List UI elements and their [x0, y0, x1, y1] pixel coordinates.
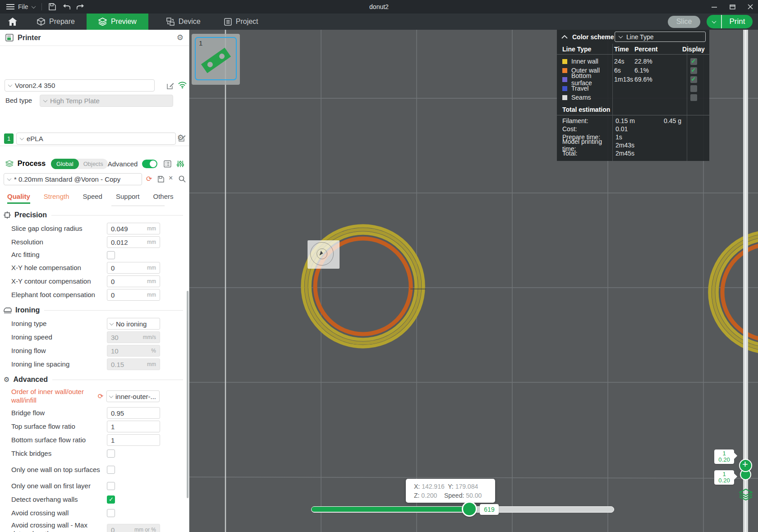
one-wall-first-layer-checkbox[interactable]: [107, 482, 115, 490]
inner-wall-swatch: [562, 59, 567, 64]
ironing-type-select[interactable]: No ironing: [107, 318, 160, 330]
setting-label: Avoid crossing wall - Max detour length: [11, 521, 107, 532]
undo-icon[interactable]: [62, 4, 70, 10]
color-scheme-label: Color scheme: [572, 33, 614, 41]
delete-preset-icon[interactable]: ×: [169, 174, 173, 182]
edit-printer-icon[interactable]: [167, 82, 174, 89]
advanced-toggle[interactable]: [142, 160, 157, 168]
redo-icon[interactable]: [77, 4, 85, 10]
save-icon[interactable]: [48, 3, 56, 10]
wall-order-select[interactable]: inner-outer-...: [106, 390, 160, 402]
legend-panel: Color scheme Line Type Line Type Time Pe…: [557, 30, 709, 161]
travel-swatch: [562, 86, 567, 91]
wifi-icon[interactable]: [178, 81, 187, 88]
reset-preset-icon[interactable]: ⟳: [146, 174, 152, 183]
search-icon[interactable]: [179, 175, 186, 183]
collapse-chevron-icon[interactable]: [561, 35, 568, 39]
display-checkbox[interactable]: [690, 67, 697, 74]
objects-segment[interactable]: Objects: [79, 161, 108, 167]
bridge-flow-input[interactable]: 0.95: [107, 407, 160, 419]
move-slider-fill: [312, 507, 470, 512]
layer-slider-handle-top[interactable]: [739, 459, 752, 472]
main-menu-button[interactable]: File: [6, 3, 35, 10]
plate-thumbnail[interactable]: 1: [192, 34, 240, 85]
resolution-input[interactable]: 0.012mm: [107, 236, 160, 248]
tune-icon[interactable]: [177, 160, 184, 168]
tab-prepare[interactable]: Prepare: [25, 14, 87, 30]
move-slider-handle[interactable]: [462, 501, 477, 517]
edit-filament-icon[interactable]: [179, 134, 186, 142]
global-segment[interactable]: Global: [51, 159, 79, 169]
one-wall-top-checkbox[interactable]: [107, 466, 115, 474]
home-button[interactable]: [0, 14, 25, 30]
ironing-speed-input[interactable]: 30mm/s: [107, 331, 160, 343]
parameter-list-icon[interactable]: [164, 160, 171, 168]
tab-support[interactable]: Support: [116, 188, 140, 204]
setting-label: Only one wall on top surfaces: [11, 466, 107, 474]
tab-device[interactable]: Device: [155, 14, 212, 30]
elephant-foot-comp-input[interactable]: 0mm: [107, 289, 160, 301]
move-slider-value: 619: [480, 504, 499, 515]
display-checkbox[interactable]: [690, 85, 697, 92]
setting-label: Arc fitting: [11, 251, 107, 259]
slice-gap-input[interactable]: 0.049mm: [107, 223, 160, 234]
seam-widget[interactable]: [308, 240, 340, 269]
setting-label: Detect overhang walls: [11, 495, 107, 504]
section-title: Ironing: [15, 306, 40, 314]
filament-select[interactable]: ePLA: [16, 133, 176, 145]
tab-preview-label: Preview: [111, 18, 137, 26]
top-flow-ratio-input[interactable]: 1: [107, 421, 160, 432]
reset-setting-icon[interactable]: ⟳: [97, 392, 104, 400]
tab-others[interactable]: Others: [153, 188, 174, 204]
display-checkbox[interactable]: [690, 76, 697, 83]
process-preset-select[interactable]: * 0.20mm Standard @Voron - Copy: [4, 173, 142, 185]
xy-hole-comp-input[interactable]: 0mm: [107, 262, 160, 274]
preview-viewport[interactable]: 1 Color scheme Line Type: [189, 30, 758, 532]
minimize-button[interactable]: [711, 4, 717, 10]
printer-icon: [5, 34, 14, 41]
xy-contour-comp-input[interactable]: 0mm: [107, 275, 160, 287]
seams-swatch: [562, 95, 567, 100]
side-panel: Printer ⚙ Voron2.4 350 Bed type High Tem…: [0, 30, 189, 532]
display-checkbox[interactable]: [690, 58, 697, 65]
filament-slot-badge: 1: [4, 133, 14, 144]
tab-preview[interactable]: Preview: [87, 14, 148, 30]
panel-scrollbar[interactable]: [187, 291, 188, 498]
print-button[interactable]: Print: [722, 15, 753, 28]
setting-label: Top surface flow ratio: [11, 422, 107, 431]
arc-fitting-checkbox[interactable]: [107, 251, 115, 259]
nav-bar: Prepare Preview Device Project: [0, 14, 758, 30]
print-dropdown-button[interactable]: [707, 15, 722, 28]
section-title: Precision: [14, 211, 47, 219]
tab-quality[interactable]: Quality: [7, 188, 30, 204]
color-scheme-select[interactable]: Line Type: [615, 32, 706, 42]
section-precision: Precision: [0, 206, 189, 222]
layers-view-icon[interactable]: [739, 489, 753, 500]
setting-label: Ironing flow: [11, 347, 107, 355]
detect-overhang-checkbox[interactable]: [107, 495, 115, 504]
bottom-flow-ratio-input[interactable]: 1: [107, 434, 160, 446]
thick-bridges-checkbox[interactable]: [107, 449, 115, 458]
printer-settings-gear-icon[interactable]: ⚙: [177, 33, 184, 42]
ironing-flow-input[interactable]: 10%: [107, 345, 160, 357]
bed-type-select[interactable]: High Temp Plate: [40, 95, 173, 107]
setting-label: X-Y contour compensation: [11, 277, 107, 286]
slice-button[interactable]: Slice: [668, 16, 700, 28]
scroll-cut-divider: [111, 206, 165, 206]
save-preset-icon[interactable]: [157, 176, 164, 183]
project-icon: [224, 18, 232, 26]
tab-project[interactable]: Project: [212, 14, 270, 30]
bed-type-value: High Temp Plate: [50, 97, 100, 105]
tab-strength[interactable]: Strength: [44, 188, 69, 204]
section-advanced: ⚙ Advanced: [0, 371, 189, 386]
tab-speed[interactable]: Speed: [83, 188, 102, 204]
file-menu-label: File: [18, 3, 28, 10]
display-checkbox[interactable]: [690, 94, 697, 101]
close-button[interactable]: [747, 4, 753, 10]
maximize-button[interactable]: [729, 4, 735, 10]
global-objects-switch[interactable]: Global Objects: [51, 159, 108, 169]
ironing-line-spacing-input[interactable]: 0.15mm: [107, 358, 160, 370]
avoid-crossing-wall-checkbox[interactable]: [107, 509, 115, 517]
printer-select[interactable]: Voron2.4 350: [5, 79, 155, 92]
max-detour-input[interactable]: 0mm or %: [107, 524, 160, 532]
